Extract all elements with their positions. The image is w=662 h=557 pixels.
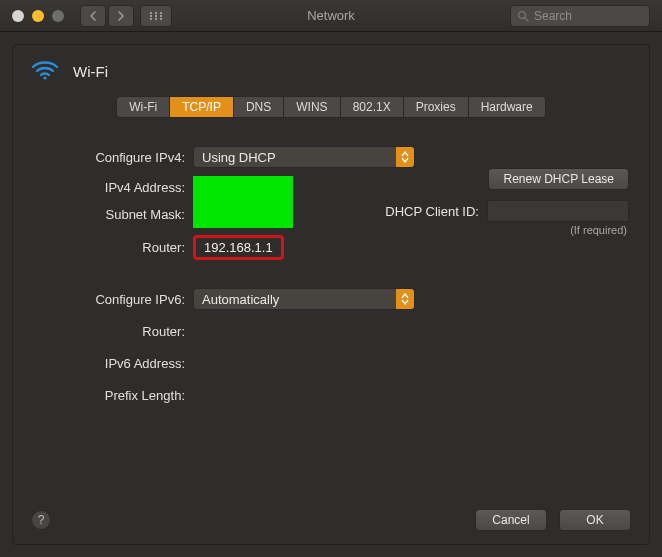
svg-point-7 bbox=[155, 17, 157, 19]
ok-button[interactable]: OK bbox=[559, 509, 631, 531]
svg-point-0 bbox=[150, 11, 152, 13]
ipv6-address-label: IPv6 Address: bbox=[33, 356, 193, 371]
ipv6-router-label: Router: bbox=[33, 324, 193, 339]
help-button[interactable]: ? bbox=[31, 510, 51, 530]
router-label: Router: bbox=[33, 240, 193, 255]
svg-point-5 bbox=[160, 14, 162, 16]
router-value: 192.168.1.1 bbox=[193, 235, 284, 260]
tab-hardware[interactable]: Hardware bbox=[469, 97, 545, 117]
search-icon bbox=[517, 10, 529, 22]
window-traffic-lights bbox=[0, 10, 64, 22]
header-title: Wi-Fi bbox=[73, 63, 108, 80]
titlebar: Network Search bbox=[0, 0, 662, 32]
configure-ipv6-value: Automatically bbox=[202, 292, 279, 307]
tcpip-sheet: Wi-Fi Wi-FiTCP/IPDNSWINS802.1XProxiesHar… bbox=[12, 44, 650, 545]
tab-802-1x[interactable]: 802.1X bbox=[341, 97, 404, 117]
svg-point-11 bbox=[43, 76, 46, 79]
wifi-icon bbox=[31, 59, 59, 84]
svg-point-1 bbox=[155, 11, 157, 13]
configure-ipv6-label: Configure IPv6: bbox=[33, 292, 193, 307]
chevron-updown-icon bbox=[396, 147, 414, 167]
forward-button[interactable] bbox=[108, 5, 134, 27]
tab-proxies[interactable]: Proxies bbox=[404, 97, 469, 117]
tab-wi-fi[interactable]: Wi-Fi bbox=[117, 97, 170, 117]
dhcp-client-id-input[interactable] bbox=[487, 200, 629, 222]
ipv4-address-label: IPv4 Address: bbox=[33, 180, 185, 195]
tab-strip: Wi-FiTCP/IPDNSWINS802.1XProxiesHardware bbox=[116, 96, 545, 118]
dhcp-client-id-label: DHCP Client ID: bbox=[385, 204, 479, 219]
svg-point-3 bbox=[150, 14, 152, 16]
svg-line-10 bbox=[525, 18, 528, 21]
search-placeholder: Search bbox=[534, 9, 572, 23]
show-all-icon[interactable] bbox=[140, 5, 172, 27]
chevron-updown-icon bbox=[396, 289, 414, 309]
configure-ipv6-select[interactable]: Automatically bbox=[193, 288, 415, 310]
dhcp-client-id-note: (If required) bbox=[570, 224, 627, 236]
tab-wins[interactable]: WINS bbox=[284, 97, 340, 117]
renew-dhcp-lease-button[interactable]: Renew DHCP Lease bbox=[488, 168, 629, 190]
ipv4-redacted-block bbox=[193, 176, 293, 228]
close-window-button[interactable] bbox=[12, 10, 24, 22]
cancel-button[interactable]: Cancel bbox=[475, 509, 547, 531]
configure-ipv4-value: Using DHCP bbox=[202, 150, 276, 165]
minimize-window-button[interactable] bbox=[32, 10, 44, 22]
prefix-length-label: Prefix Length: bbox=[33, 388, 193, 403]
tab-dns[interactable]: DNS bbox=[234, 97, 284, 117]
svg-point-8 bbox=[160, 17, 162, 19]
svg-point-2 bbox=[160, 11, 162, 13]
configure-ipv4-select[interactable]: Using DHCP bbox=[193, 146, 415, 168]
zoom-window-button[interactable] bbox=[52, 10, 64, 22]
svg-point-9 bbox=[519, 12, 526, 19]
back-button[interactable] bbox=[80, 5, 106, 27]
tab-tcp-ip[interactable]: TCP/IP bbox=[170, 97, 234, 117]
subnet-mask-label: Subnet Mask: bbox=[33, 207, 185, 222]
svg-point-4 bbox=[155, 14, 157, 16]
search-input[interactable]: Search bbox=[510, 5, 650, 27]
svg-point-6 bbox=[150, 17, 152, 19]
configure-ipv4-label: Configure IPv4: bbox=[33, 150, 193, 165]
